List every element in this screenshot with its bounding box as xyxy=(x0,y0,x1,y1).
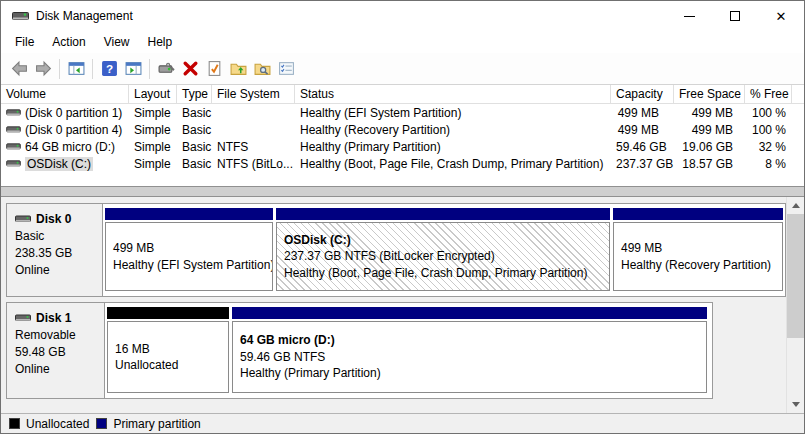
partition-size: 16 MB xyxy=(115,341,228,358)
disk-1-size: 59.48 GB xyxy=(15,344,98,361)
column-header-free-space[interactable]: Free Space xyxy=(674,85,745,103)
partition-color-bar xyxy=(107,307,229,319)
back-button[interactable] xyxy=(7,57,31,81)
folder-up-icon xyxy=(230,60,247,77)
file-system-cell: NTFS (BitLo... xyxy=(212,157,295,171)
forward-button[interactable] xyxy=(31,57,55,81)
commit-changes-button[interactable] xyxy=(202,57,226,81)
volume-cell: (Disk 0 partition 1) xyxy=(1,106,129,120)
partition-status: Healthy (Boot, Page File, Crash Dump, Pr… xyxy=(284,265,609,282)
back-icon xyxy=(11,60,28,77)
volume-cell: (Disk 0 partition 4) xyxy=(1,123,129,137)
column-header-status[interactable]: Status xyxy=(295,85,611,103)
help-icon: ? xyxy=(101,60,118,77)
toolbar-separator xyxy=(92,59,93,79)
volume-name: (Disk 0 partition 4) xyxy=(25,123,122,137)
disk-1-name-text: Disk 1 xyxy=(36,310,71,327)
disk-1-name: Disk 1 xyxy=(15,310,98,327)
disk-0-type: Basic xyxy=(15,228,96,245)
folder-up-button[interactable] xyxy=(226,57,250,81)
pct-free-cell: 100 % xyxy=(745,106,792,120)
help-button[interactable]: ? xyxy=(97,57,121,81)
property-list-button[interactable] xyxy=(274,57,298,81)
column-header-pct-free[interactable]: % Free xyxy=(745,85,792,103)
capacity-cell: 237.37 GB xyxy=(611,157,674,171)
layout-cell: Simple xyxy=(129,106,177,120)
partition-size: 59.46 GB NTFS xyxy=(240,349,706,366)
legend-label: Primary partition xyxy=(113,417,200,431)
forward-icon xyxy=(35,60,52,77)
close-icon: ✕ xyxy=(776,10,787,23)
partition-recovery[interactable]: 499 MB Healthy (Recovery Partition) xyxy=(613,208,783,291)
maximize-icon xyxy=(730,11,740,21)
menu-file[interactable]: File xyxy=(6,32,43,52)
scroll-up-button[interactable] xyxy=(787,197,804,214)
partition-size: 237.37 GB NTFS (BitLocker Encrypted) xyxy=(284,248,609,265)
window-title: Disk Management xyxy=(36,9,133,23)
partition-info: 16 MB Unallocated xyxy=(107,321,229,393)
column-header-layout[interactable]: Layout xyxy=(129,85,177,103)
legend-primary-partition: Primary partition xyxy=(96,417,200,431)
partition-info-selected: OSDisk (C:) 237.37 GB NTFS (BitLocker En… xyxy=(276,222,610,291)
disk-1-label[interactable]: Disk 1 Removable 59.48 GB Online xyxy=(7,303,105,398)
status-cell: Healthy (EFI System Partition) xyxy=(295,106,611,120)
partition-micro-d[interactable]: 64 GB micro (D:) 59.46 GB NTFS Healthy (… xyxy=(232,307,707,393)
table-row[interactable]: 64 GB micro (D:) Simple Basic NTFS Healt… xyxy=(1,138,804,155)
volume-list-header: Volume Layout Type File System Status Ca… xyxy=(1,85,804,104)
pct-free-cell: 100 % xyxy=(745,123,792,137)
show-action-pane-button[interactable] xyxy=(121,57,145,81)
disk-0-label[interactable]: Disk 0 Basic 238.35 GB Online xyxy=(7,204,103,296)
scroll-down-button[interactable] xyxy=(787,396,804,413)
menu-action[interactable]: Action xyxy=(43,32,94,52)
partition-status: Healthy (EFI System Partition) xyxy=(113,257,272,274)
explore-folder-button[interactable] xyxy=(250,57,274,81)
volume-drive-icon xyxy=(6,159,21,169)
partition-title: OSDisk (C:) xyxy=(284,232,609,249)
title-bar: Disk Management ✕ xyxy=(1,1,804,31)
show-console-tree-button[interactable] xyxy=(64,57,88,81)
partition-osdisk-c[interactable]: OSDisk (C:) 237.37 GB NTFS (BitLocker En… xyxy=(276,208,610,291)
show-action-pane-icon xyxy=(125,60,142,77)
minimize-icon xyxy=(684,16,695,17)
device-properties-button[interactable] xyxy=(154,57,178,81)
table-row[interactable]: (Disk 0 partition 1) Simple Basic Health… xyxy=(1,104,804,121)
pane-splitter[interactable] xyxy=(1,186,804,197)
legend-bar: Unallocated Primary partition xyxy=(1,413,804,433)
disk-0-row: Disk 0 Basic 238.35 GB Online 499 MB Hea… xyxy=(6,203,786,297)
app-disk-icon xyxy=(12,9,29,23)
file-system-cell: NTFS xyxy=(212,140,295,154)
layout-cell: Simple xyxy=(129,140,177,154)
toolbar-separator xyxy=(149,59,150,79)
table-row[interactable]: (Disk 0 partition 4) Simple Basic Health… xyxy=(1,121,804,138)
column-header-capacity[interactable]: Capacity xyxy=(611,85,674,103)
column-header-volume[interactable]: Volume xyxy=(1,85,129,103)
window-controls: ✕ xyxy=(666,1,804,31)
scrollbar-thumb[interactable] xyxy=(787,214,804,338)
menu-view[interactable]: View xyxy=(95,32,139,52)
volume-list-pane: Volume Layout Type File System Status Ca… xyxy=(1,85,804,187)
table-row-selected[interactable]: OSDisk (C:) Simple Basic NTFS (BitLo... … xyxy=(1,155,804,172)
column-header-file-system[interactable]: File System xyxy=(212,85,295,103)
type-cell: Basic xyxy=(177,157,212,171)
scroll-down-icon xyxy=(792,402,800,407)
volume-name: OSDisk (C:) xyxy=(25,157,93,171)
partition-status: Unallocated xyxy=(115,357,228,374)
partition-unallocated[interactable]: 16 MB Unallocated xyxy=(107,307,229,393)
minimize-button[interactable] xyxy=(666,1,712,31)
delete-volume-button[interactable] xyxy=(178,57,202,81)
capacity-cell: 499 MB xyxy=(611,123,674,137)
partition-color-bar xyxy=(105,208,273,220)
explore-folder-icon xyxy=(254,60,271,77)
primary-partition-swatch xyxy=(96,418,107,429)
svg-text:?: ? xyxy=(105,62,112,75)
vertical-scrollbar[interactable] xyxy=(786,197,803,413)
partition-title: 64 GB micro (D:) xyxy=(240,332,706,349)
capacity-cell: 59.46 GB xyxy=(611,140,674,154)
disk-drive-icon xyxy=(15,214,31,225)
disk-1-partitions: 16 MB Unallocated 64 GB micro (D:) 59.46… xyxy=(105,303,712,398)
column-header-type[interactable]: Type xyxy=(177,85,212,103)
maximize-button[interactable] xyxy=(712,1,758,31)
partition-efi[interactable]: 499 MB Healthy (EFI System Partition) xyxy=(105,208,273,291)
menu-help[interactable]: Help xyxy=(139,32,182,52)
close-button[interactable]: ✕ xyxy=(758,1,804,31)
